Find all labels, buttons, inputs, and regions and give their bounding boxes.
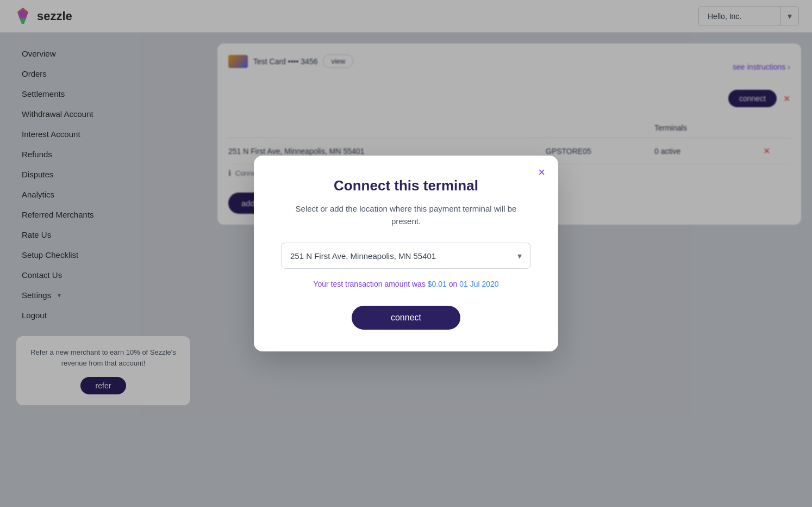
modal-connect-button[interactable]: connect bbox=[352, 306, 460, 330]
modal-close-button[interactable]: × bbox=[538, 166, 545, 178]
modal-title: Connect this terminal bbox=[281, 177, 531, 194]
transaction-amount: $0.01 bbox=[428, 280, 447, 288]
transaction-date: 01 Jul 2020 bbox=[459, 280, 498, 288]
modal-dialog: × Connect this terminal Select or add th… bbox=[254, 156, 558, 351]
select-chevron-icon: ▾ bbox=[517, 251, 522, 261]
modal-info-text: Your test transaction amount was $0.01 o… bbox=[281, 280, 531, 288]
modal-overlay[interactable]: × Connect this terminal Select or add th… bbox=[0, 0, 812, 507]
location-select[interactable]: 251 N First Ave, Minneapolis, MN 55401 ▾ bbox=[281, 243, 531, 269]
location-select-value: 251 N First Ave, Minneapolis, MN 55401 bbox=[290, 251, 517, 261]
modal-subtitle: Select or add the location where this pa… bbox=[281, 203, 531, 227]
